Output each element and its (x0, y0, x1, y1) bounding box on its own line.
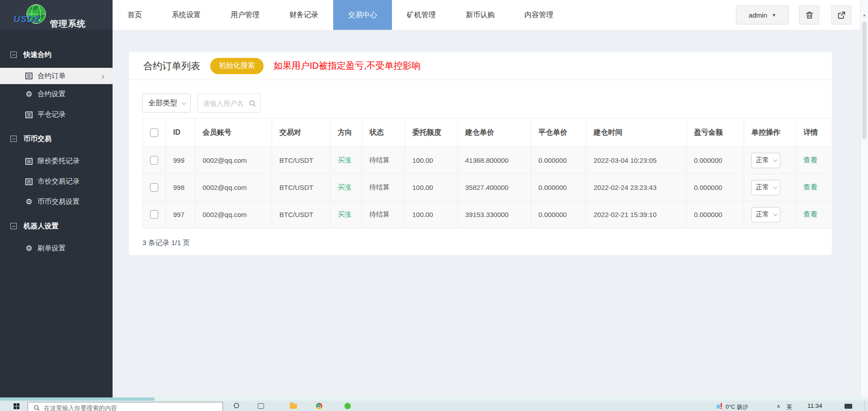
tab-finance-records[interactable]: 财务记录 (274, 0, 333, 30)
cell-pair: BTC/USDT (272, 174, 330, 201)
page-title: 合约订单列表 (143, 60, 200, 72)
table-row: 998 0002@qq.com BTC/USDT 买涨 待结算 100.00 3… (143, 174, 832, 201)
cell-detail: 查看 (796, 147, 832, 174)
table-body: 999 0002@qq.com BTC/USDT 买涨 待结算 100.00 4… (143, 147, 832, 228)
cell-status: 待结算 (362, 147, 405, 174)
export-icon (837, 11, 846, 19)
show-desktop-divider[interactable] (864, 401, 865, 411)
col-open-price: 建仓单价 (458, 118, 531, 147)
logout-export-button[interactable] (831, 5, 851, 24)
start-button-icon[interactable] (14, 403, 16, 406)
control-select[interactable]: 正常 (751, 180, 780, 195)
cell-control: 正常 (744, 147, 796, 174)
vertical-scrollbar-thumb[interactable] (862, 22, 867, 139)
tab-trade-center[interactable]: 交易中心 (333, 0, 392, 30)
taskbar-search-input[interactable] (44, 405, 207, 411)
weather-label[interactable]: 0°C 扬沙 (726, 403, 748, 411)
sidebar-item-label: 合约设置 (38, 90, 66, 99)
file-explorer-icon[interactable] (290, 404, 297, 409)
dropdown-arrow-icon: ▼ (772, 13, 776, 18)
chrome-icon[interactable] (316, 403, 322, 409)
chevron-right-icon: › (101, 71, 113, 80)
ime-indicator[interactable]: 英 (787, 403, 793, 411)
col-control: 单控操作 (744, 118, 796, 147)
messenger-app-icon[interactable] (344, 403, 351, 409)
sidebar-item-brush-order-settings[interactable]: ⚙ 刷单设置 (0, 238, 113, 259)
detail-link[interactable]: 查看 (803, 183, 817, 191)
top-navigation-bar: 首页 系统设置 用户管理 财务记录 交易中心 矿机管理 新币认购 内容管理 ad… (113, 0, 860, 30)
chevron-down-icon (773, 184, 777, 189)
cell-control: 正常 (744, 201, 796, 228)
cell-pnl: 0.000000 (687, 174, 744, 201)
windows-taskbar: 0°C 扬沙 ∧ 英 11:34 (0, 401, 868, 411)
trash-button[interactable] (799, 5, 819, 24)
sidebar-section-robot-settings[interactable]: 机器人设置 (0, 217, 113, 235)
row-checkbox[interactable] (150, 210, 158, 219)
filter-row: 全部类型 (142, 94, 832, 113)
cell-account: 0002@qq.com (195, 201, 272, 228)
cell-status: 待结算 (362, 174, 405, 201)
username-search-box[interactable] (197, 94, 261, 113)
sidebar-item-limit-orders[interactable]: 限价委托记录 (0, 151, 113, 171)
action-center-icon[interactable] (844, 404, 852, 409)
control-select[interactable]: 正常 (751, 153, 780, 168)
task-view-icon[interactable] (258, 403, 264, 409)
sidebar-section-coin-trade[interactable]: 币币交易 (0, 130, 113, 147)
sidebar: USDZ 管理系统 快速合约 合约订单 › ⚙ 合约设置 (0, 0, 113, 397)
collapse-icon (10, 52, 17, 58)
col-pair: 交易对 (272, 118, 330, 147)
type-filter-select[interactable]: 全部类型 (142, 94, 191, 113)
vertical-scrollbar[interactable]: ▲ (860, 0, 868, 397)
cell-amount: 100.00 (405, 174, 458, 201)
tab-miner-management[interactable]: 矿机管理 (392, 0, 451, 30)
detail-link[interactable]: 查看 (803, 210, 817, 218)
col-id: ID (166, 118, 195, 147)
section-label: 币币交易 (24, 134, 52, 144)
sidebar-item-contract-orders[interactable]: 合约订单 › (0, 68, 113, 84)
sidebar-item-close-records[interactable]: 平仓记录 (0, 104, 113, 125)
admin-dropdown[interactable]: admin ▼ (736, 5, 789, 24)
tab-home[interactable]: 首页 (113, 0, 157, 30)
tab-content-management[interactable]: 内容管理 (509, 0, 568, 30)
gear-icon: ⚙ (25, 245, 33, 252)
tab-user-management[interactable]: 用户管理 (216, 0, 274, 30)
init-search-button[interactable]: 初始化搜索 (210, 58, 264, 74)
col-open-time: 建仓时间 (586, 118, 687, 147)
collapse-icon (10, 136, 17, 142)
select-all-checkbox[interactable] (150, 128, 158, 137)
cell-direction: 买涨 (330, 174, 362, 201)
weather-icon[interactable] (717, 403, 723, 409)
detail-link[interactable]: 查看 (803, 156, 817, 164)
cell-direction: 买涨 (330, 147, 362, 174)
cell-open-time: 2022-02-21 15:39:10 (586, 201, 687, 228)
scroll-up-arrow-icon[interactable]: ▲ (861, 13, 868, 17)
collapse-icon (10, 223, 17, 229)
cortana-icon[interactable] (234, 403, 239, 408)
clock[interactable]: 11:34 (807, 402, 822, 409)
sidebar-item-contract-settings[interactable]: ⚙ 合约设置 (0, 84, 113, 104)
type-filter-value: 全部类型 (148, 99, 177, 108)
control-select[interactable]: 正常 (751, 207, 780, 222)
row-checkbox[interactable] (150, 156, 158, 165)
sidebar-menu: 快速合约 合约订单 › ⚙ 合约设置 平仓记录 (0, 30, 113, 259)
sidebar-item-coin-trade-settings[interactable]: ⚙ 币币交易设置 (0, 192, 113, 212)
card-header: 合约订单列表 初始化搜索 如果用户ID被指定盈亏,不受单控影响 (129, 52, 832, 80)
brand-name: USDZ (14, 14, 40, 24)
sidebar-section-quick-contract[interactable]: 快速合约 (0, 46, 113, 63)
horizontal-scrollbar[interactable] (0, 397, 868, 401)
username-search-input[interactable] (203, 99, 249, 107)
cell-close-price: 0.000000 (531, 147, 586, 174)
taskbar-search-box[interactable] (28, 402, 223, 411)
tray-expand-icon[interactable]: ∧ (777, 403, 780, 409)
tab-system-settings[interactable]: 系统设置 (157, 0, 216, 30)
sidebar-item-market-records[interactable]: 市价交易记录 (0, 171, 113, 192)
horizontal-scrollbar-thumb[interactable] (0, 397, 155, 401)
cell-id: 999 (166, 147, 195, 174)
cell-close-price: 0.000000 (531, 201, 586, 228)
cell-pnl: 0.000000 (687, 201, 744, 228)
trash-icon (805, 11, 814, 19)
row-checkbox[interactable] (150, 183, 158, 192)
tab-new-coin-subscription[interactable]: 新币认购 (451, 0, 509, 30)
sidebar-item-label: 限价委托记录 (38, 156, 80, 166)
chevron-down-icon (773, 157, 777, 162)
